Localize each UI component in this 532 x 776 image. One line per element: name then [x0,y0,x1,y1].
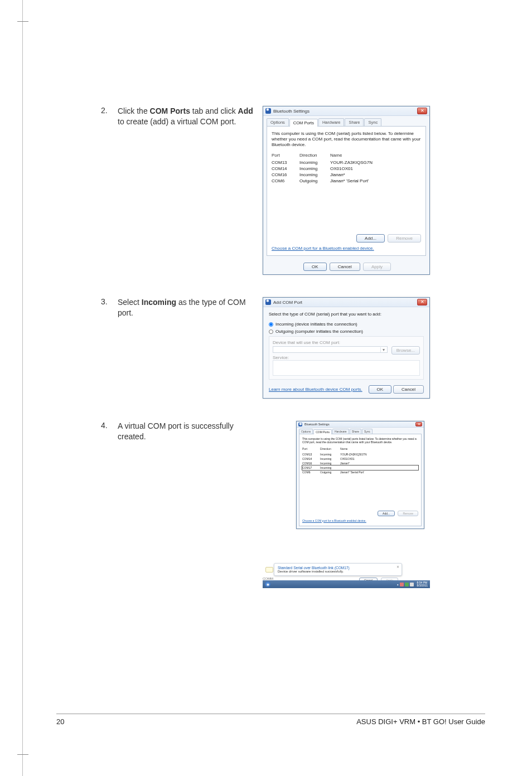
add-button[interactable]: Add... [378,511,395,516]
add-button[interactable]: Add... [356,234,385,243]
table-row[interactable]: COM14 Incoming OX01OX01 [272,166,421,172]
dialog1-title: Bluetooth Settings [273,109,417,114]
table-row-new[interactable]: COM17 Incoming [302,465,418,470]
ok-button[interactable]: OK [303,263,327,271]
tray-volume-icon[interactable] [410,583,414,586]
taskbar[interactable]: ✱ ▴ 8:54 PM 8/3/2011 [263,580,430,588]
radio-incoming-input[interactable] [269,322,273,327]
ok-button[interactable]: OK [369,385,392,394]
folder-icon [265,567,273,573]
apply-button[interactable]: Apply [363,263,391,271]
choose-com-port-link[interactable]: Choose a COM port for a Bluetooth enable… [302,519,366,522]
table-row[interactable]: COM6 Outgoing Jianan* 'Serial Port' [302,470,418,474]
device-label: Device that will use the COM port: [273,340,420,345]
dialog2-title: Add COM Port [273,300,417,305]
balloon-subtitle: Device driver software installed success… [278,570,398,573]
tab-share[interactable]: Share [345,118,364,126]
device-dropdown[interactable]: ▾ [273,346,388,353]
step4-number: 4. [101,421,118,430]
learn-more-link[interactable]: Learn more about Bluetooth device COM po… [269,387,362,392]
col-name: Name [330,153,421,158]
col-direction: Direction [299,153,330,158]
tray-icon[interactable] [405,583,409,586]
service-label: Service: [273,355,420,360]
tab-options[interactable]: Options [299,429,313,434]
close-icon[interactable]: ✕ [417,108,427,114]
dialog3-title: Bluetooth Settings [304,423,415,426]
bluetooth-tray-icon[interactable]: ✱ [265,581,270,587]
table-row[interactable]: COM14 Incoming OX01OX01 [302,457,418,461]
bluetooth-icon [298,423,302,426]
tab-sync[interactable]: Sync [362,429,373,434]
chevron-up-icon[interactable]: ▴ [397,583,399,586]
cancel-button[interactable]: Cancel [330,263,360,271]
bluetooth-settings-dialog-small: Bluetooth Settings ✕ Options COM Ports H… [296,421,424,529]
tab-com-ports[interactable]: COM Ports [289,119,318,127]
bluetooth-settings-dialog: Bluetooth Settings ✕ Options COM Ports H… [263,106,430,275]
balloon-title: Standard Serial over Bluetooth link (COM… [278,566,398,570]
step2-text: Click the COM Ports tab and click Add to… [118,106,263,127]
driver-installed-balloon[interactable]: ✕ Standard Serial over Bluetooth link (C… [274,563,402,576]
tab-sync[interactable]: Sync [364,118,381,126]
table-row[interactable]: COM13 Incoming YOUR-ZA3KIQSG7N [302,452,418,457]
taskbar-clock[interactable]: 8:54 PM 8/3/2011 [417,581,428,587]
radio-outgoing-input[interactable] [269,329,273,334]
step3-number: 3. [101,297,118,306]
tray-icon[interactable] [400,583,404,586]
choose-com-port-link[interactable]: Choose a COM port for a Bluetooth enable… [272,246,374,251]
product-title: ASUS DIGI+ VRM • BT GO! User Guide [356,717,485,726]
radio-incoming[interactable]: Incoming (device initiates the connectio… [269,322,424,327]
table-row[interactable]: COM16 Incoming Jianan* [272,172,421,178]
step2-number: 2. [101,106,118,115]
col-port: Port [272,153,299,158]
radio-outgoing[interactable]: Outgoing (computer initiates the connect… [269,329,424,334]
tab-options[interactable]: Options [267,118,289,126]
cancel-button[interactable]: Cancel [393,385,424,394]
add-com-port-dialog: Add COM Port ✕ Select the type of COM (s… [263,297,430,399]
tab-share[interactable]: Share [350,429,361,434]
chevron-down-icon: ▾ [380,347,387,352]
step4-text: A virtual COM port is successfully creat… [118,421,263,442]
crop-tick-bottom [17,754,28,755]
tab-hardware[interactable]: Hardware [318,118,345,126]
close-icon[interactable]: ✕ [396,565,399,569]
step3-text: Select Incoming as the type of COM port. [118,297,263,318]
service-listbox[interactable] [273,360,420,376]
dialog1-description: This computer is using the COM (serial) … [272,131,421,148]
dialog3-description: This computer is using the COM (serial) … [302,437,418,444]
remove-button[interactable]: Remove [398,511,418,516]
tab-com-ports[interactable]: COM Ports [313,429,332,434]
step4-desktop: Bluetooth Settings ✕ Options COM Ports H… [263,421,430,588]
dialog2-lead: Select the type of COM (serial) port tha… [269,312,424,317]
table-row[interactable]: COM6 Outgoing Jianan* 'Serial Port' [272,178,421,184]
browse-button[interactable]: Browse... [391,346,420,355]
bluetooth-icon [265,108,271,114]
system-tray[interactable]: ▴ [397,583,414,586]
table-row[interactable]: COM13 Incoming YOUR-ZA3KIQSG7N [272,159,421,166]
close-icon[interactable]: ✕ [415,422,422,426]
table-row[interactable]: COM16 Incoming Jianan* [302,461,418,465]
tab-hardware[interactable]: Hardware [332,429,349,434]
com-ports-table: Port Direction Name COM13 Incoming YOUR-… [272,152,421,184]
com-ports-table: Port Direction Name COM13 Incoming YOUR-… [302,447,418,474]
crop-tick-top [17,21,28,22]
bluetooth-icon [265,299,271,305]
close-icon[interactable]: ✕ [417,299,427,305]
remove-button[interactable]: Remove [388,234,421,243]
page-number: 20 [56,717,64,726]
